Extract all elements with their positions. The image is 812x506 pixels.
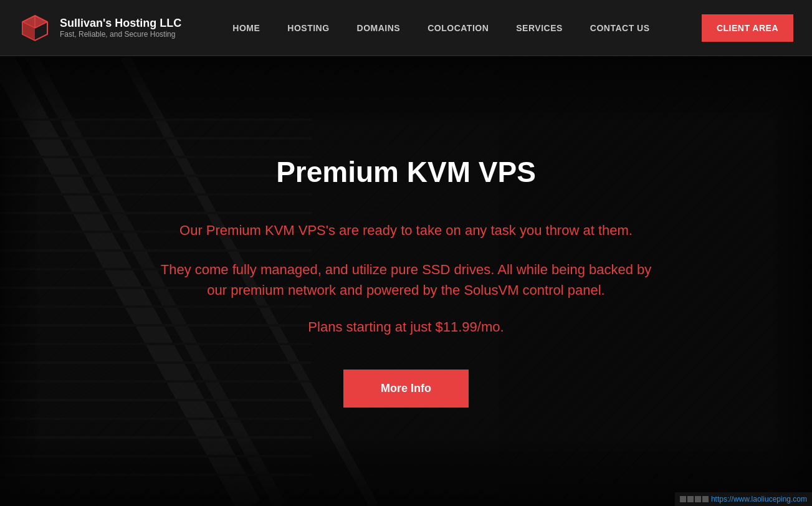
logo-area: Sullivan's Hosting LLC Fast, Reliable, a… [19, 12, 181, 44]
hero-subtitle1: Our Premium KVM VPS's are ready to take … [151, 220, 662, 241]
main-nav: HOME HOSTING DOMAINS COLOCATION SERVICES… [219, 0, 689, 56]
nav-contact[interactable]: CONTACT US [576, 0, 664, 56]
hero-section: Premium KVM VPS Our Premium KVM VPS's ar… [0, 56, 812, 506]
company-tagline: Fast, Reliable, and Secure Hosting [60, 30, 181, 39]
nav-services[interactable]: SERVICES [502, 0, 576, 56]
client-area-button[interactable]: CLIENT AREA [702, 14, 793, 42]
more-info-button[interactable]: More Info [343, 370, 469, 408]
nav-colocation[interactable]: COLOCATION [414, 0, 502, 56]
company-name: Sullivan's Hosting LLC [60, 17, 181, 30]
square-1 [680, 496, 686, 502]
nav-home[interactable]: HOME [219, 0, 274, 56]
bottom-squares [680, 496, 709, 502]
square-3 [695, 496, 701, 502]
bottom-url-text: https://www.laoliuceping.com [711, 495, 807, 504]
logo-text: Sullivan's Hosting LLC Fast, Reliable, a… [60, 17, 181, 39]
nav-domains[interactable]: DOMAINS [343, 0, 414, 56]
bottom-url-bar: https://www.laoliuceping.com [675, 492, 812, 506]
square-2 [687, 496, 694, 502]
site-header: Sullivan's Hosting LLC Fast, Reliable, a… [0, 0, 812, 56]
logo-icon [19, 12, 51, 44]
hero-content: Premium KVM VPS Our Premium KVM VPS's ar… [126, 155, 687, 408]
hero-subtitle2: They come fully managed, and utilize pur… [151, 259, 662, 300]
nav-hosting[interactable]: HOSTING [274, 0, 343, 56]
hero-price: Plans starting at just $11.99/mo. [151, 319, 662, 335]
hero-title: Premium KVM VPS [151, 155, 662, 189]
square-4 [702, 496, 709, 502]
